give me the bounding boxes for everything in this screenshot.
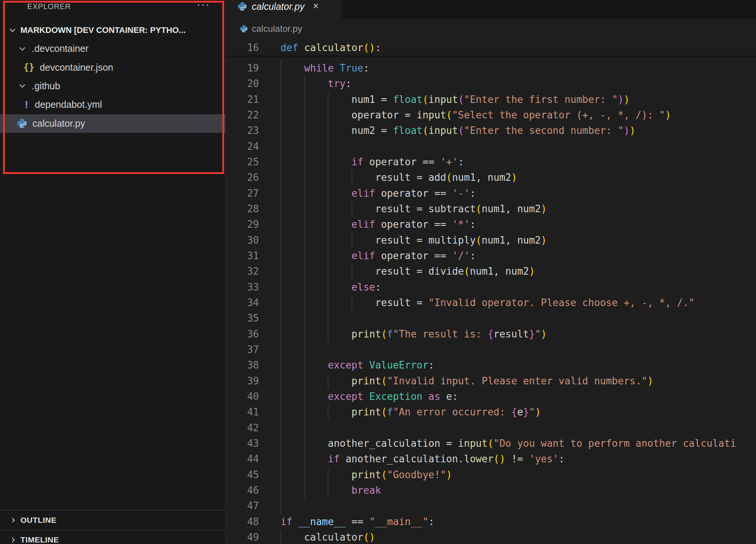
code-text: another_calculation = input("Do you want… — [280, 436, 736, 451]
code-line-23[interactable]: 23 num2 = float(input("Enter the second … — [226, 123, 756, 138]
indent-guide — [328, 264, 328, 279]
code-line-38[interactable]: 38 except ValueError: — [226, 357, 756, 373]
indent-guide — [304, 248, 305, 264]
chevron-right-icon — [10, 536, 17, 543]
code-line-41[interactable]: 41 print(f"An error occurred: {e}") — [226, 404, 756, 420]
indent-guide — [280, 373, 281, 389]
indent-guide — [328, 154, 328, 170]
code-text: print(f"An error occurred: {e}") — [280, 404, 541, 420]
code-line-27[interactable]: 27 elif operator == '-': — [226, 186, 756, 201]
workspace-name: MARKDOWN [DEV CONTAINER: PYTHO... — [20, 25, 186, 35]
code-text: num1 = float(input("Enter the first numb… — [280, 92, 630, 107]
tree-item-calculator-py[interactable]: calculator.py — [0, 114, 242, 133]
tab-calculator-py[interactable]: calculator.py × — [226, 0, 342, 19]
code-line-21[interactable]: 21 num1 = float(input("Enter the first n… — [226, 92, 756, 107]
indent-guide — [280, 170, 281, 185]
line-number: 48 — [226, 514, 259, 530]
indent-guide — [280, 280, 281, 295]
indent-guide — [280, 342, 281, 357]
chevron-right-icon — [10, 517, 17, 524]
indent-guide — [328, 311, 328, 326]
code-line-25[interactable]: 25 if operator == '+': — [226, 154, 756, 170]
line-number: 24 — [226, 139, 259, 154]
indent-guide — [328, 123, 328, 138]
code-line-47[interactable]: 47 — [226, 498, 756, 514]
code-line-36[interactable]: 36 print(f"The result is: {result}") — [226, 326, 756, 342]
code-line-16[interactable]: 16def calculator(): — [226, 40, 756, 56]
code-line-32[interactable]: 32 result = divide(num1, num2) — [226, 264, 756, 279]
indent-guide — [304, 357, 305, 373]
code-line-33[interactable]: 33 else: — [226, 280, 756, 295]
line-number: 19 — [226, 61, 259, 76]
code-line-34[interactable]: 34 result = "Invalid operator. Please ch… — [226, 295, 756, 311]
code-line-37[interactable]: 37 — [226, 342, 756, 357]
indent-guide — [280, 295, 281, 311]
indent-guide — [304, 467, 305, 483]
tree-item-dependabot-yml[interactable]: ! dependabot.yml — [0, 95, 249, 114]
code-line-45[interactable]: 45 print("Goodbye!") — [226, 467, 756, 483]
indent-guide — [304, 107, 305, 123]
more-actions-icon[interactable]: ··· — [197, 0, 210, 11]
python-icon — [237, 2, 247, 11]
file-name: devcontainer.json — [40, 62, 113, 73]
code-line-43[interactable]: 43 another_calculation = input("Do you w… — [226, 436, 756, 451]
close-icon[interactable]: × — [313, 0, 319, 12]
tree-item-devcontainer-json[interactable]: {} devcontainer.json — [0, 58, 249, 76]
tree-item-github-folder[interactable]: .github — [0, 77, 243, 95]
chevron-down-icon — [18, 45, 26, 53]
indent-guide — [280, 123, 281, 138]
code-line-46[interactable]: 46 break — [226, 483, 756, 498]
code-line-28[interactable]: 28 result = subtract(num1, num2) — [226, 201, 756, 217]
timeline-section-header[interactable]: TIMELINE — [0, 530, 225, 544]
json-braces-icon: {} — [23, 62, 34, 73]
code-line-44[interactable]: 44 if another_calculation.lower() != 'ye… — [226, 451, 756, 467]
indent-guide — [304, 201, 305, 217]
workspace-section-header[interactable]: MARKDOWN [DEV CONTAINER: PYTHO... — [0, 24, 225, 36]
indent-guide — [280, 467, 281, 483]
indent-guide — [328, 186, 328, 201]
line-number: 30 — [226, 233, 259, 248]
code-text: while True: — [280, 61, 369, 76]
code-line-48[interactable]: 48if __name__ == "__main__": — [226, 514, 756, 530]
code-text: if __name__ == "__main__": — [280, 514, 434, 530]
code-line-31[interactable]: 31 elif operator == '/': — [226, 248, 756, 264]
indent-guide — [304, 326, 305, 342]
code-text: print(f"The result is: {result}") — [280, 326, 547, 342]
code-line-29[interactable]: 29 elif operator == '*': — [226, 217, 756, 232]
tree-item-devcontainer-folder[interactable]: .devcontainer — [0, 39, 243, 58]
line-number: 31 — [226, 248, 259, 264]
code-line-26[interactable]: 26 result = add(num1, num2) — [226, 170, 756, 185]
line-number: 20 — [226, 76, 259, 92]
code-text: except Exception as e: — [280, 389, 458, 404]
indent-guide — [280, 420, 281, 436]
code-line-30[interactable]: 30 result = multiply(num1, num2) — [226, 233, 756, 248]
indent-guide — [280, 357, 281, 373]
indent-guide — [280, 201, 281, 217]
indent-guide — [280, 483, 281, 498]
outline-section-header[interactable]: OUTLINE — [0, 510, 225, 530]
indent-guide — [304, 170, 305, 185]
indent-guide — [304, 483, 305, 498]
code-line-22[interactable]: 22 operator = input("Select the operator… — [226, 107, 756, 123]
indent-guide — [280, 107, 281, 123]
breadcrumb[interactable]: calculator.py — [226, 19, 302, 39]
line-number: 32 — [226, 264, 259, 279]
code-line-24[interactable]: 24 — [226, 139, 756, 154]
code-line-42[interactable]: 42 — [226, 420, 756, 436]
code-line-39[interactable]: 39 print("Invalid input. Please enter va… — [226, 373, 756, 389]
code-line-40[interactable]: 40 except Exception as e: — [226, 389, 756, 404]
code-line-19[interactable]: 19 while True: — [226, 61, 756, 76]
code-area[interactable]: 16def calculator(): 18 19 while True:20 … — [226, 40, 756, 544]
indent-guide — [304, 233, 305, 248]
code-line-20[interactable]: 20 try: — [226, 76, 756, 92]
code-text: num2 = float(input("Enter the second num… — [280, 123, 635, 138]
indent-guide — [328, 170, 328, 185]
code-text: try: — [280, 76, 352, 92]
indent-guide — [304, 186, 305, 201]
code-text: print("Invalid input. Please enter valid… — [280, 373, 653, 389]
explorer-title: EXPLORER — [27, 2, 71, 11]
code-line-35[interactable]: 35 — [226, 311, 756, 326]
indent-guide — [328, 107, 328, 123]
code-line-49[interactable]: 49 calculator() — [226, 530, 756, 544]
line-number: 23 — [226, 123, 259, 138]
